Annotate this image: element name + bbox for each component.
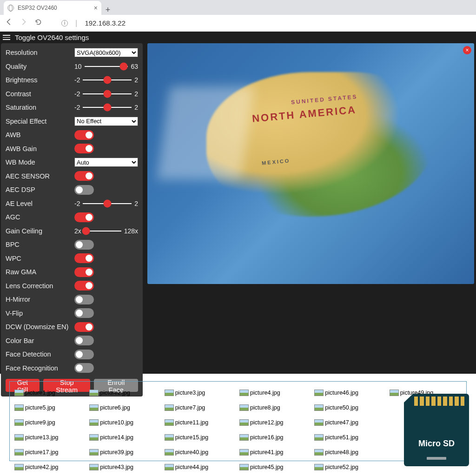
file-item[interactable]: picture1.jpg <box>14 386 86 399</box>
file-name: picture39.jpg <box>100 449 133 456</box>
image-icon <box>239 419 249 426</box>
file-item[interactable]: picture41.jpg <box>239 446 311 459</box>
image-icon <box>165 464 174 470</box>
back-button[interactable] <box>5 18 12 28</box>
lens_corr-toggle[interactable] <box>74 281 94 291</box>
image-icon <box>89 390 99 396</box>
aec_dsp-label: AEC DSP <box>6 186 74 193</box>
ae_level-slider[interactable] <box>83 199 132 208</box>
file-item[interactable]: picture2.jpg <box>89 386 161 399</box>
file-item[interactable]: picture52.jpg <box>314 461 386 474</box>
wpc-label: WPC <box>6 255 74 262</box>
resolution-label: Resolution <box>6 49 74 56</box>
new-tab-button[interactable]: + <box>101 5 114 15</box>
file-name: picture15.jpg <box>175 434 209 441</box>
resolution-select[interactable]: SVGA(800x600) <box>74 48 138 57</box>
file-item[interactable]: picture10.jpg <box>89 416 161 429</box>
saturation-slider[interactable] <box>83 103 132 112</box>
face_det-toggle[interactable] <box>74 350 94 359</box>
saturation-max: 2 <box>134 104 138 111</box>
v_flip-toggle[interactable] <box>74 308 94 318</box>
toggle-settings-bar[interactable]: Toggle OV2640 settings <box>0 32 476 43</box>
gain_ceil-slider[interactable] <box>84 226 121 236</box>
image-icon <box>314 464 324 470</box>
contrast-label: Contrast <box>6 90 74 98</box>
v_flip-label: V-Flip <box>6 310 74 317</box>
file-item[interactable]: picture15.jpg <box>165 431 237 444</box>
image-icon <box>165 449 174 456</box>
file-item[interactable]: picture51.jpg <box>314 431 386 444</box>
aec_dsp-toggle[interactable] <box>74 185 94 195</box>
tab-title: ESP32 OV2460 <box>18 5 57 11</box>
file-item[interactable]: picture11.jpg <box>165 416 237 429</box>
address-bar[interactable]: 192.168.3.22 <box>85 19 126 27</box>
wb_mode-select[interactable]: Auto <box>74 158 138 167</box>
file-item[interactable]: picture42.jpg <box>14 461 86 474</box>
saturation-min: -2 <box>74 104 80 111</box>
reload-button[interactable] <box>34 18 42 28</box>
aec_sensor-toggle[interactable] <box>74 171 94 181</box>
file-item[interactable]: picture9.jpg <box>14 416 86 429</box>
file-name: picture7.jpg <box>175 404 205 411</box>
awb_gain-label: AWB Gain <box>6 145 74 152</box>
contrast-slider[interactable] <box>83 89 132 99</box>
gain_ceil-min: 2x <box>74 227 81 235</box>
file-name: picture8.jpg <box>250 404 280 411</box>
forward-button[interactable] <box>20 18 27 28</box>
file-item[interactable]: picture16.jpg <box>239 431 311 444</box>
special-select[interactable]: No Effect <box>74 117 138 126</box>
saturation-label: Saturation <box>6 104 74 111</box>
agc-toggle[interactable] <box>74 212 94 222</box>
file-item[interactable]: picture7.jpg <box>165 401 237 414</box>
image-icon <box>14 449 24 456</box>
file-item[interactable]: picture13.jpg <box>14 431 86 444</box>
file-item[interactable]: picture40.jpg <box>165 446 237 459</box>
file-name: picture41.jpg <box>250 449 284 456</box>
close-tab-icon[interactable]: × <box>94 4 98 12</box>
browser-tab[interactable]: ESP32 OV2460 × <box>4 1 101 15</box>
file-name: picture47.jpg <box>325 419 358 426</box>
file-item[interactable]: picture12.jpg <box>239 416 311 429</box>
h_mirror-toggle[interactable] <box>74 295 94 304</box>
image-icon <box>239 464 249 470</box>
image-icon <box>239 449 249 456</box>
color_bar-toggle[interactable] <box>74 336 94 345</box>
raw_gma-toggle[interactable] <box>74 267 94 277</box>
file-item[interactable]: picture6.jpg <box>89 401 161 414</box>
quality-slider[interactable] <box>85 62 128 71</box>
image-icon <box>89 404 99 411</box>
file-name: picture52.jpg <box>325 464 358 470</box>
wpc-toggle[interactable] <box>74 253 94 263</box>
file-item[interactable]: picture44.jpg <box>165 461 237 474</box>
file-item[interactable]: picture43.jpg <box>89 461 161 474</box>
dcw-toggle[interactable] <box>74 322 94 332</box>
file-item[interactable]: picture46.jpg <box>314 386 386 399</box>
ae_level-min: -2 <box>74 200 80 207</box>
file-item[interactable]: picture45.jpg <box>239 461 311 474</box>
file-item[interactable]: picture47.jpg <box>314 416 386 429</box>
gain_ceil-max: 128x <box>124 227 138 235</box>
file-item[interactable]: picture48.jpg <box>314 446 386 459</box>
dcw-label: DCW (Downsize EN) <box>6 323 74 331</box>
face_rec-toggle[interactable] <box>74 363 94 373</box>
file-item[interactable]: picture17.jpg <box>14 446 86 459</box>
file-item[interactable]: picture39.jpg <box>89 446 161 459</box>
ae_level-max: 2 <box>134 200 138 207</box>
close-preview-button[interactable]: × <box>463 46 471 54</box>
image-icon <box>239 404 249 411</box>
brightness-slider[interactable] <box>83 75 132 85</box>
file-item[interactable]: picture5.jpg <box>14 401 86 414</box>
file-item[interactable]: picture50.jpg <box>314 401 386 414</box>
image-icon <box>314 449 324 456</box>
file-name: picture2.jpg <box>100 390 130 396</box>
file-item[interactable]: picture4.jpg <box>239 386 311 399</box>
site-info-icon[interactable]: i <box>61 20 68 26</box>
file-item[interactable]: picture14.jpg <box>89 431 161 444</box>
aec_sensor-label: AEC SENSOR <box>6 172 74 180</box>
awb-label: AWB <box>6 131 74 139</box>
bpc-toggle[interactable] <box>74 240 94 250</box>
file-item[interactable]: picture3.jpg <box>165 386 237 399</box>
file-item[interactable]: picture8.jpg <box>239 401 311 414</box>
awb-toggle[interactable] <box>74 130 94 140</box>
awb_gain-toggle[interactable] <box>74 144 94 153</box>
